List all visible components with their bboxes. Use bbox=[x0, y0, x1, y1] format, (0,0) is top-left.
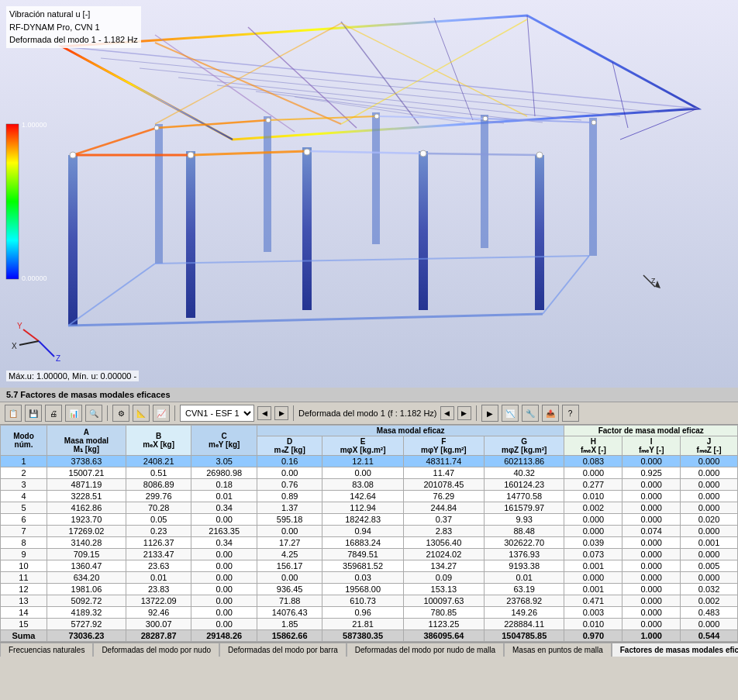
cell-mode: 8 bbox=[1, 537, 47, 549]
table-row[interactable]: 61923.700.050.00595.1818242.830.379.930.… bbox=[1, 514, 738, 526]
cell-g: 14770.58 bbox=[484, 491, 564, 502]
table-row[interactable]: 155727.92300.070.001.8521.811123.2522888… bbox=[1, 619, 738, 630]
cell-j: 0.000 bbox=[680, 479, 737, 491]
cvn-dropdown[interactable]: CVN1 - ESF 1 bbox=[180, 405, 254, 422]
table-row[interactable]: 34871.198086.890.180.7683.08201078.45160… bbox=[1, 479, 738, 491]
cell-j: 0.001 bbox=[680, 537, 737, 549]
cell-g: 161579.97 bbox=[484, 502, 564, 514]
cell-i: 0.000 bbox=[622, 491, 681, 502]
cell-mode: 10 bbox=[1, 560, 47, 572]
cell-g: 602113.86 bbox=[484, 456, 564, 467]
cell-b: 2133.47 bbox=[126, 549, 191, 560]
cell-e: 610.73 bbox=[322, 595, 403, 607]
cell-b: 2408.21 bbox=[126, 456, 191, 467]
col-d-header: DmₑZ [kg] bbox=[257, 436, 322, 456]
cell-h: 0.083 bbox=[564, 456, 622, 467]
toolbar-btn-8[interactable]: 📈 bbox=[153, 405, 170, 422]
deformada-next[interactable]: ▶ bbox=[457, 406, 471, 420]
table-row[interactable]: Suma73036.2328287.8729148.2615862.665873… bbox=[1, 630, 738, 642]
toolbar-btn-7[interactable]: 📐 bbox=[133, 405, 150, 422]
cell-e: 0.03 bbox=[322, 572, 403, 584]
toolbar-settings[interactable]: 🔧 bbox=[522, 405, 539, 422]
toolbar-btn-1[interactable]: 📋 bbox=[5, 405, 22, 422]
cell-c: 0.00 bbox=[191, 595, 257, 607]
cell-a: 3140.28 bbox=[47, 537, 126, 549]
cell-h: 0.003 bbox=[564, 607, 622, 619]
cell-h: 0.010 bbox=[564, 491, 622, 502]
nav-next[interactable]: ▶ bbox=[274, 406, 288, 420]
table-row[interactable]: 101360.4723.630.00156.17359681.52134.279… bbox=[1, 560, 738, 572]
cell-h: 0.000 bbox=[564, 514, 622, 526]
nav-prev[interactable]: ◀ bbox=[257, 406, 271, 420]
cell-a: 17269.02 bbox=[47, 526, 126, 537]
cell-mode: 15 bbox=[1, 619, 47, 630]
svg-point-48 bbox=[536, 152, 543, 158]
table-row[interactable]: 121981.0623.830.00936.4519568.00153.1363… bbox=[1, 584, 738, 595]
cell-h: 0.001 bbox=[564, 560, 622, 572]
toolbar-btn-2[interactable]: 💾 bbox=[25, 405, 42, 422]
cell-j: 0.020 bbox=[680, 514, 737, 526]
cell-e: 142.64 bbox=[322, 491, 403, 502]
bottom-tabs: Frecuencias naturalesDeformadas del modo… bbox=[0, 642, 738, 657]
bottom-tab[interactable]: Masas en puntos de malla bbox=[504, 643, 612, 657]
deformada-prev[interactable]: ◀ bbox=[440, 406, 454, 420]
cell-j: 0.000 bbox=[680, 526, 737, 537]
col-mode-header: Modonúm. bbox=[1, 426, 47, 456]
cell-b: 23.83 bbox=[126, 584, 191, 595]
table-row[interactable]: 9709.152133.470.004.257849.5121024.02137… bbox=[1, 549, 738, 560]
table-row[interactable]: 135092.7213722.090.0071.88610.73100097.6… bbox=[1, 595, 738, 607]
cell-a: 15007.21 bbox=[47, 467, 126, 479]
bottom-tab[interactable]: Deformadas del modo por nudo de malla bbox=[347, 643, 504, 657]
table-row[interactable]: 215007.210.5126980.980.000.0011.4740.320… bbox=[1, 467, 738, 479]
cell-i: 0.000 bbox=[622, 607, 681, 619]
cell-c: 0.00 bbox=[191, 619, 257, 630]
cell-j: 0.000 bbox=[680, 456, 737, 467]
cell-j: 0.000 bbox=[680, 502, 737, 514]
toolbar-btn-4[interactable]: 📊 bbox=[65, 405, 82, 422]
cell-j: 0.000 bbox=[680, 467, 737, 479]
cell-c: 0.00 bbox=[191, 560, 257, 572]
cell-g: 1504785.85 bbox=[484, 630, 564, 642]
table-row[interactable]: 11634.200.010.000.000.030.090.010.0000.0… bbox=[1, 572, 738, 584]
toolbar-graph[interactable]: 📉 bbox=[502, 405, 519, 422]
table-body: 13738.632408.213.050.1612.1148311.746021… bbox=[1, 456, 738, 642]
toolbar-btn-6[interactable]: ⚙ bbox=[112, 405, 129, 422]
cell-g: 160124.23 bbox=[484, 479, 564, 491]
cell-h: 0.471 bbox=[564, 595, 622, 607]
toolbar-export[interactable]: 📤 bbox=[542, 405, 559, 422]
table-row[interactable]: 54162.8670.280.341.37112.94244.84161579.… bbox=[1, 502, 738, 514]
table-container[interactable]: Modonúm. AMasa modalM₁ [kg] BmₑX [kg] Cm… bbox=[0, 425, 738, 642]
toolbar-sep-1 bbox=[107, 405, 108, 421]
table-row[interactable]: 13738.632408.213.050.1612.1148311.746021… bbox=[1, 456, 738, 467]
cell-d: 0.00 bbox=[257, 526, 322, 537]
svg-point-47 bbox=[420, 150, 426, 157]
toolbar-sep-4 bbox=[476, 405, 477, 421]
table-row[interactable]: 83140.281126.370.3417.2716883.2413056.40… bbox=[1, 537, 738, 549]
bottom-tab[interactable]: Frecuencias naturales bbox=[0, 643, 93, 657]
cell-g: 63.19 bbox=[484, 584, 564, 595]
bottom-tab[interactable]: Deformadas del modo por barra bbox=[219, 643, 347, 657]
cell-a: 4871.19 bbox=[47, 479, 126, 491]
svg-text:1.00000: 1.00000 bbox=[22, 121, 47, 129]
table-row[interactable]: 144189.3292.460.0014076.430.96780.85149.… bbox=[1, 607, 738, 619]
toolbar-btn-3[interactable]: 🖨 bbox=[45, 405, 62, 422]
cell-d: 4.25 bbox=[257, 549, 322, 560]
cell-i: 0.000 bbox=[622, 549, 681, 560]
cell-g: 302622.70 bbox=[484, 537, 564, 549]
cell-c: 0.00 bbox=[191, 607, 257, 619]
toolbar: 📋 💾 🖨 📊 🔍 ⚙ 📐 📈 CVN1 - ESF 1 ◀ ▶ Deforma… bbox=[0, 402, 738, 425]
toolbar-help[interactable]: ? bbox=[562, 405, 579, 422]
col-factor-header: Factor de masa modal eficaz bbox=[564, 426, 738, 436]
toolbar-animate[interactable]: ▶ bbox=[481, 405, 498, 422]
bottom-tab[interactable]: Factores de masas modales eficaces bbox=[612, 643, 738, 657]
cell-g: 1376.93 bbox=[484, 549, 564, 560]
bottom-tab[interactable]: Deformadas del modo por nudo bbox=[93, 643, 219, 657]
toolbar-btn-5[interactable]: 🔍 bbox=[85, 405, 102, 422]
cell-f: 48311.74 bbox=[403, 456, 484, 467]
cell-e: 16883.24 bbox=[322, 537, 403, 549]
table-row[interactable]: 43228.51299.760.010.89142.6476.2914770.5… bbox=[1, 491, 738, 502]
cell-f: 13056.40 bbox=[403, 537, 484, 549]
cell-j: 0.000 bbox=[680, 619, 737, 630]
table-row[interactable]: 717269.020.232163.350.000.942.8388.480.0… bbox=[1, 526, 738, 537]
cell-d: 1.37 bbox=[257, 502, 322, 514]
